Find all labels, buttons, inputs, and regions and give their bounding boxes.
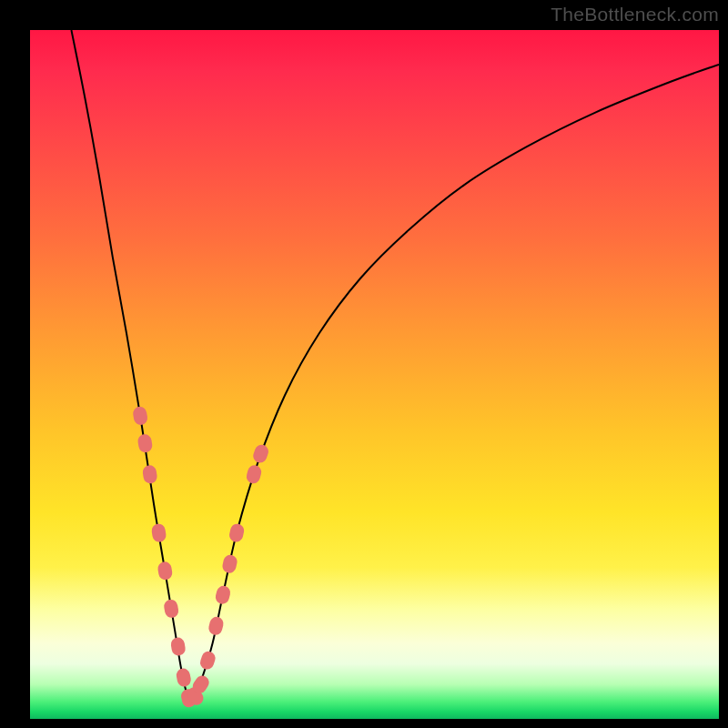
svg-rect-5	[163, 599, 179, 619]
marker-point	[157, 561, 173, 581]
marker-point	[163, 599, 179, 619]
marker-point	[170, 636, 187, 656]
svg-rect-0	[132, 406, 148, 426]
svg-rect-7	[175, 667, 192, 688]
marker-point	[214, 584, 231, 605]
marker-point	[245, 464, 263, 485]
svg-rect-15	[228, 522, 246, 543]
marker-point	[221, 553, 238, 574]
marker-point	[142, 464, 158, 484]
marker-point	[132, 406, 148, 426]
curve-layer	[71, 30, 719, 700]
marker-point	[251, 443, 270, 465]
plot-area	[30, 30, 719, 719]
marker-layer	[132, 406, 270, 709]
svg-rect-2	[142, 464, 158, 484]
marker-point	[151, 523, 167, 543]
marker-point	[207, 615, 225, 636]
svg-rect-4	[157, 561, 173, 581]
svg-rect-3	[151, 523, 167, 543]
svg-rect-13	[214, 584, 231, 605]
svg-rect-17	[251, 443, 270, 465]
svg-rect-16	[245, 464, 263, 485]
svg-rect-12	[207, 615, 225, 636]
svg-rect-1	[136, 433, 153, 453]
svg-rect-11	[198, 650, 217, 672]
chart-svg	[30, 30, 719, 719]
marker-point	[198, 650, 217, 672]
chart-frame: TheBottleneck.com	[0, 0, 728, 728]
marker-point	[136, 433, 153, 453]
bottleneck-curve	[71, 30, 719, 700]
svg-rect-6	[170, 636, 187, 656]
svg-rect-14	[221, 553, 238, 574]
watermark-text: TheBottleneck.com	[551, 4, 719, 25]
marker-point	[175, 667, 192, 688]
marker-point	[228, 522, 246, 543]
